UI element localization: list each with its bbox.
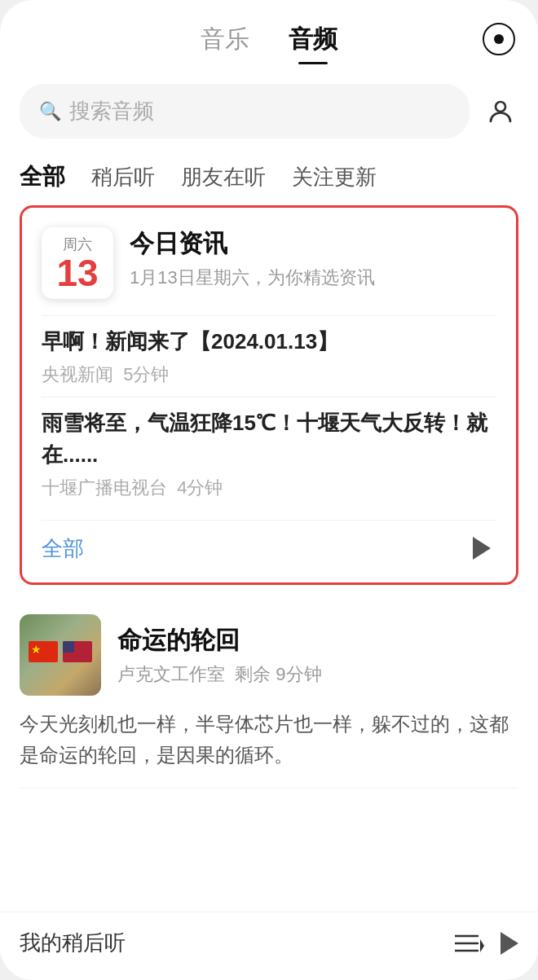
calendar-day: 13 <box>56 254 98 292</box>
calendar-icon: 周六 13 <box>42 227 113 299</box>
bottom-bar-actions <box>455 931 518 956</box>
flags-container <box>29 641 92 669</box>
podcast-description: 今天光刻机也一样，半导体芯片也一样，躲不过的，这都是命运的轮回，是因果的循环。 <box>20 709 518 771</box>
app-container: 音乐 音频 🔍 搜索音频 全部 稍后听 朋友在听 关注更新 <box>0 0 538 980</box>
news-item-2-meta: 十堰广播电视台 4分钟 <box>42 477 223 498</box>
search-icon: 🔍 <box>39 101 61 122</box>
news-item-1-meta: 央视新闻 5分钟 <box>42 364 169 385</box>
podcast-meta: 卢克文工作室 剩余 9分钟 <box>117 662 322 687</box>
tab-audio[interactable]: 音频 <box>289 23 337 64</box>
podcast-thumbnail <box>20 614 101 696</box>
filter-tab-later[interactable]: 稍后听 <box>91 163 155 191</box>
playlist-icon[interactable] <box>455 931 484 956</box>
news-subtitle: 1月13日星期六，为你精选资讯 <box>130 266 375 290</box>
podcast-header: 命运的轮回 卢克文工作室 剩余 9分钟 <box>20 614 518 696</box>
record-button[interactable] <box>483 23 515 55</box>
news-title-block: 今日资讯 1月13日星期六，为你精选资讯 <box>130 227 375 290</box>
bottom-bar-label: 我的稍后听 <box>20 929 126 957</box>
news-main-title: 今日资讯 <box>130 227 375 261</box>
search-input[interactable]: 🔍 搜索音频 <box>20 84 470 138</box>
svg-point-0 <box>496 102 505 112</box>
us-flag-icon <box>63 641 92 662</box>
news-item-2-title: 雨雪将至，气温狂降15℃！十堰天气大反转！就在...... <box>42 407 496 471</box>
news-item-1-title: 早啊！新闻来了【2024.01.13】 <box>42 326 496 358</box>
news-header: 周六 13 今日资讯 1月13日星期六，为你精选资讯 <box>42 227 496 299</box>
china-flag-icon <box>29 641 58 662</box>
main-content: 周六 13 今日资讯 1月13日星期六，为你精选资讯 早啊！新闻来了【2024.… <box>0 205 538 912</box>
header: 音乐 音频 <box>0 0 538 64</box>
filter-tab-all[interactable]: 全部 <box>20 161 65 192</box>
news-item-2[interactable]: 雨雪将至，气温狂降15℃！十堰天气大反转！就在...... 十堰广播电视台 4分… <box>42 397 496 510</box>
filter-tabs: 全部 稍后听 朋友在听 关注更新 <box>0 138 538 205</box>
news-all-link[interactable]: 全部 <box>42 534 84 563</box>
svg-marker-4 <box>480 939 484 952</box>
tab-bar: 音乐 音频 <box>201 23 337 64</box>
podcast-card[interactable]: 命运的轮回 卢克文工作室 剩余 9分钟 今天光刻机也一样，半导体芯片也一样，躲不… <box>20 604 518 789</box>
filter-tab-friends[interactable]: 朋友在听 <box>181 163 266 191</box>
podcast-thumbnail-image <box>20 614 101 696</box>
bottom-bar: 我的稍后听 <box>0 912 538 980</box>
podcast-info: 命运的轮回 卢克文工作室 剩余 9分钟 <box>117 624 322 687</box>
news-item-1[interactable]: 早啊！新闻来了【2024.01.13】 央视新闻 5分钟 <box>42 315 496 397</box>
bottom-play-button[interactable] <box>501 932 518 955</box>
record-dot-icon <box>494 34 504 44</box>
news-play-button[interactable] <box>467 534 496 563</box>
tab-music[interactable]: 音乐 <box>201 23 249 64</box>
news-footer: 全部 <box>42 520 496 563</box>
play-triangle-icon <box>473 537 491 560</box>
search-placeholder-text: 搜索音频 <box>69 97 154 125</box>
user-icon[interactable] <box>483 94 518 130</box>
podcast-title: 命运的轮回 <box>117 624 322 657</box>
filter-tab-follow[interactable]: 关注更新 <box>292 163 377 191</box>
play-triangle-bottom-icon <box>501 932 518 955</box>
search-bar: 🔍 搜索音频 <box>20 84 518 138</box>
today-news-card[interactable]: 周六 13 今日资讯 1月13日星期六，为你精选资讯 早啊！新闻来了【2024.… <box>20 205 518 585</box>
